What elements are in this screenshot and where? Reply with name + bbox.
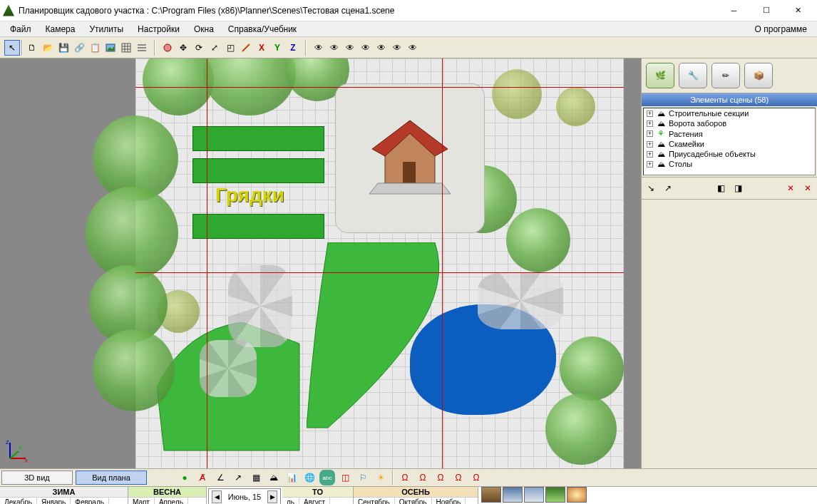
vt-abc-icon[interactable]: abc <box>319 470 335 485</box>
tab-plan-view[interactable]: Вид плана <box>76 470 147 485</box>
month-jan[interactable]: Январь <box>37 498 71 504</box>
thumb-2[interactable] <box>503 487 523 503</box>
mini-tool-4-icon[interactable]: ◨ <box>730 180 746 196</box>
month-apr[interactable]: Апрель <box>155 498 188 504</box>
mini-delete2-icon[interactable]: ✕ <box>800 180 816 196</box>
magnet-5-icon[interactable]: Ω <box>468 470 484 485</box>
menu-windows[interactable]: Окна <box>187 23 221 36</box>
vt-globe-icon[interactable]: 🌐 <box>302 470 317 485</box>
magnet-1-icon[interactable]: Ω <box>397 470 413 485</box>
axis-y-icon[interactable]: Y <box>269 40 285 56</box>
scale-tool-icon[interactable]: ⤢ <box>207 40 222 56</box>
sidetab-tools-icon[interactable]: 🔧 <box>679 63 707 88</box>
grid-icon[interactable] <box>118 40 134 56</box>
vt-chart-icon[interactable]: 📊 <box>284 470 299 485</box>
sidetab-plants-icon[interactable]: 🌿 <box>646 63 674 88</box>
close-button[interactable]: ✕ <box>782 1 814 21</box>
tree-item-benches[interactable]: +⛰Скамейки <box>644 139 815 149</box>
tree[interactable] <box>506 208 570 272</box>
garden-bed[interactable] <box>192 158 324 183</box>
move-tool-icon[interactable]: ✥ <box>175 40 191 56</box>
vt-grid-icon[interactable]: ▦ <box>248 470 264 485</box>
date-prev-icon[interactable]: ◀ <box>212 490 222 503</box>
magnet-3-icon[interactable]: Ω <box>433 470 448 485</box>
save-file-icon[interactable]: 💾 <box>56 40 71 56</box>
vt-text-icon[interactable]: A̸ <box>195 470 210 485</box>
date-picker[interactable]: ◀ Июнь, 15 ▶ <box>208 488 281 504</box>
axis-z-icon[interactable]: Z <box>285 40 301 56</box>
thumb-3[interactable] <box>524 487 544 503</box>
magnet-4-icon[interactable]: Ω <box>451 470 466 485</box>
month-oct[interactable]: Октябрь <box>395 498 432 504</box>
vt-circle-icon[interactable]: ● <box>177 470 192 485</box>
bush[interactable] <box>556 87 595 126</box>
tab-3d-view[interactable]: 3D вид <box>1 470 73 485</box>
rotate-tool-icon[interactable]: ⟳ <box>191 40 207 56</box>
tree-item-yard-objects[interactable]: +⛰Приусадебные объекты <box>644 149 815 159</box>
tree[interactable] <box>93 329 175 411</box>
copy-icon[interactable]: 📋 <box>87 40 103 56</box>
menu-settings[interactable]: Настройки <box>130 23 187 36</box>
link-icon[interactable]: 🔗 <box>71 40 87 56</box>
view-tool-2-icon[interactable]: 👁 <box>327 40 342 56</box>
menu-utilities[interactable]: Утилиты <box>82 23 130 36</box>
view-tool-1-icon[interactable]: 👁 <box>311 40 327 56</box>
month-mar[interactable]: Март <box>128 498 155 504</box>
new-file-icon[interactable]: 🗋 <box>24 40 40 56</box>
tree[interactable] <box>560 336 624 401</box>
open-file-icon[interactable]: 📂 <box>40 40 56 56</box>
thumb-1[interactable] <box>481 487 501 503</box>
month-nov[interactable]: Ноябрь <box>432 498 466 504</box>
minimize-button[interactable]: ─ <box>718 1 750 21</box>
rock-path[interactable] <box>478 272 563 329</box>
vt-sun-icon[interactable]: ☀ <box>373 470 389 485</box>
view-tool-4-icon[interactable]: 👁 <box>358 40 374 56</box>
vt-crop-icon[interactable]: ◫ <box>337 470 353 485</box>
mini-tool-3-icon[interactable]: ◧ <box>713 180 729 196</box>
garden-bed[interactable] <box>192 214 324 239</box>
garden-bed[interactable] <box>192 126 324 151</box>
menu-help[interactable]: Справка/Учебник <box>221 23 304 36</box>
list-icon[interactable] <box>134 40 150 56</box>
date-next-icon[interactable]: ▶ <box>267 490 277 503</box>
month-feb[interactable]: Февраль <box>71 498 109 504</box>
scene-tree[interactable]: +⛰Строительные секции +⛰Ворота заборов +… <box>643 108 816 175</box>
month-sep[interactable]: Сентябрь <box>354 498 395 504</box>
axis-x-icon[interactable]: X <box>254 40 269 56</box>
month-dec[interactable]: Декабрь <box>0 498 37 504</box>
menu-about[interactable]: О программе <box>748 23 814 36</box>
canvas[interactable]: Грядки <box>0 58 641 468</box>
sidetab-objects-icon[interactable]: 📦 <box>744 63 773 88</box>
house-preview-icon[interactable] <box>335 83 485 233</box>
tree-item-fence-gates[interactable]: +⛰Ворота заборов <box>644 118 815 128</box>
rock-path[interactable] <box>228 265 292 347</box>
tree-item-building-sections[interactable]: +⛰Строительные секции <box>644 108 815 118</box>
view-tool-5-icon[interactable]: 👁 <box>374 40 389 56</box>
select-rect-icon[interactable]: ◰ <box>222 40 238 56</box>
sidetab-shapes-icon[interactable]: ✏ <box>711 63 740 88</box>
mini-tool-2-icon[interactable]: ↗ <box>660 180 676 196</box>
magnet-2-icon[interactable]: Ω <box>415 470 431 485</box>
thumb-5[interactable] <box>567 487 587 503</box>
vt-flag-icon[interactable]: ⚐ <box>355 470 371 485</box>
bush[interactable] <box>492 69 542 119</box>
vt-peak-icon[interactable]: ⛰ <box>266 470 282 485</box>
pointer-tool-icon[interactable]: ↖ <box>4 40 20 56</box>
view-tool-3-icon[interactable]: 👁 <box>342 40 358 56</box>
maximize-button[interactable]: ☐ <box>750 1 782 21</box>
view-tool-7-icon[interactable]: 👁 <box>405 40 421 56</box>
month-aug[interactable]: Август <box>299 498 330 504</box>
measure-icon[interactable] <box>238 40 254 56</box>
tree-item-plants[interactable]: +⚘Растения <box>644 128 815 139</box>
tree[interactable] <box>545 394 617 465</box>
vt-line-icon[interactable]: ↗ <box>230 470 246 485</box>
view-tool-6-icon[interactable]: 👁 <box>389 40 405 56</box>
vt-angle-icon[interactable]: ∠ <box>212 470 228 485</box>
menu-file[interactable]: Файл <box>3 23 38 36</box>
thumb-4[interactable] <box>545 487 565 503</box>
object-icon[interactable] <box>160 40 175 56</box>
mini-tool-1-icon[interactable]: ↘ <box>643 180 659 196</box>
month-jul[interactable]: ль <box>282 498 299 504</box>
mini-delete-icon[interactable]: ✕ <box>783 180 798 196</box>
rock-path[interactable] <box>200 340 257 397</box>
